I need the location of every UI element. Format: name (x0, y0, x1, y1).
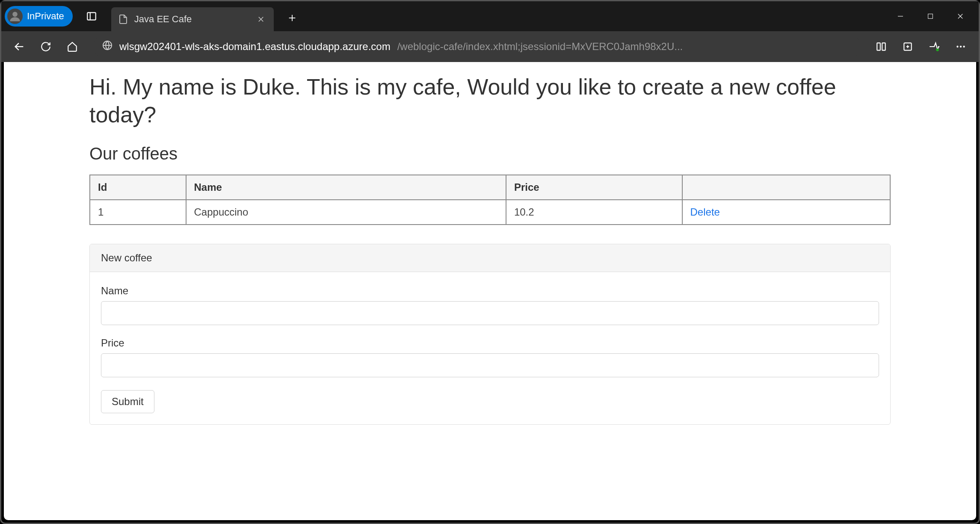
refresh-button[interactable] (35, 36, 57, 58)
file-icon (118, 14, 128, 24)
svg-rect-1 (87, 12, 96, 20)
new-tab-button[interactable] (283, 9, 301, 27)
table-header-row: Id Name Price (90, 175, 890, 200)
site-info-icon[interactable] (102, 40, 113, 53)
svg-point-20 (956, 46, 958, 47)
titlebar: InPrivate Java EE Cafe (1, 1, 979, 31)
name-input[interactable] (101, 301, 879, 325)
close-window-button[interactable] (945, 6, 975, 27)
cell-id: 1 (90, 200, 186, 225)
browser-window: InPrivate Java EE Cafe (0, 0, 980, 524)
price-label: Price (101, 337, 879, 349)
cell-name: Cappuccino (186, 200, 506, 225)
home-button[interactable] (61, 36, 83, 58)
back-button[interactable] (8, 36, 30, 58)
tab-actions-button[interactable] (81, 6, 102, 27)
delete-link[interactable]: Delete (690, 206, 720, 218)
th-price: Price (506, 175, 682, 200)
close-tab-button[interactable] (255, 13, 267, 25)
svg-point-22 (963, 46, 965, 47)
more-menu-button[interactable] (950, 36, 972, 58)
table-row: 1 Cappuccino 10.2 Delete (90, 200, 890, 225)
minimize-button[interactable] (885, 6, 915, 27)
price-input[interactable] (101, 353, 879, 377)
window-controls (885, 6, 975, 27)
split-screen-button[interactable] (870, 36, 892, 58)
svg-rect-14 (877, 43, 880, 50)
inprivate-label: InPrivate (27, 11, 64, 22)
name-label: Name (101, 285, 879, 297)
panel-body: Name Price Submit (90, 272, 890, 424)
page-content: Hi. My name is Duke. This is my cafe, Wo… (4, 62, 976, 442)
svg-rect-15 (882, 43, 885, 50)
page-viewport: Hi. My name is Duke. This is my cafe, Wo… (4, 62, 976, 520)
performance-icon[interactable] (923, 36, 945, 58)
svg-point-19 (936, 48, 939, 51)
url-path: /weblogic-cafe/index.xhtml;jsessionid=Mx… (397, 41, 683, 53)
url-host: wlsgw202401-wls-aks-domain1.eastus.cloud… (119, 41, 391, 53)
page-heading: Hi. My name is Duke. This is my cafe, Wo… (89, 73, 891, 129)
svg-point-21 (960, 46, 962, 47)
tab-title: Java EE Cafe (134, 14, 192, 25)
maximize-button[interactable] (915, 6, 945, 27)
toolbar: wlsgw202401-wls-aks-domain1.eastus.cloud… (1, 31, 979, 62)
page-subheading: Our coffees (89, 144, 891, 163)
cell-price: 10.2 (506, 200, 682, 225)
collections-button[interactable] (897, 36, 919, 58)
th-action (682, 175, 890, 200)
inprivate-badge[interactable]: InPrivate (5, 6, 73, 27)
address-bar[interactable]: wlsgw202401-wls-aks-domain1.eastus.cloud… (93, 36, 861, 58)
panel-title: New coffee (90, 244, 890, 272)
svg-rect-8 (928, 14, 933, 19)
submit-button[interactable]: Submit (101, 390, 154, 413)
new-coffee-panel: New coffee Name Price Submit (89, 244, 891, 425)
th-id: Id (90, 175, 186, 200)
coffees-table: Id Name Price 1 Cappuccino 10.2 Delete (89, 175, 891, 225)
browser-tab[interactable]: Java EE Cafe (111, 7, 274, 31)
avatar-icon (7, 9, 23, 24)
svg-point-0 (12, 12, 18, 17)
th-name: Name (186, 175, 506, 200)
